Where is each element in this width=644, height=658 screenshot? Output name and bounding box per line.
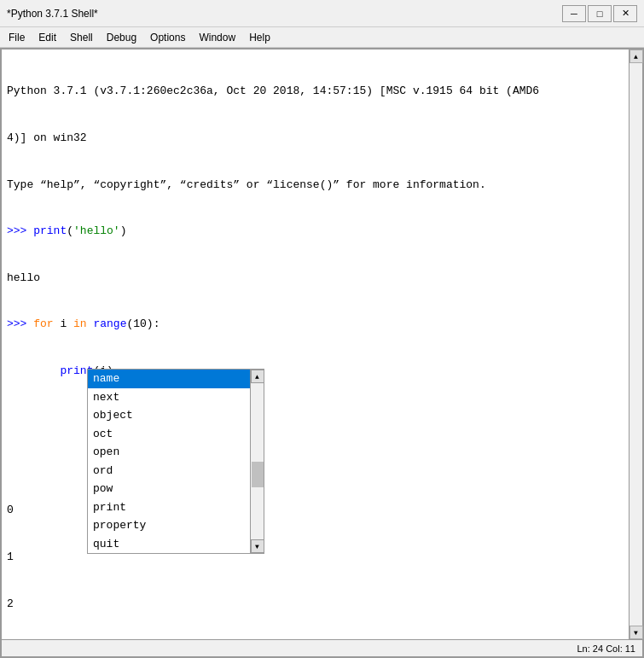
shell-line-3: Type “help”, “copyright”, “credits” or “…	[7, 178, 637, 193]
menu-help[interactable]: Help	[244, 31, 276, 44]
autocomplete-item-oct[interactable]: oct	[88, 425, 250, 444]
menu-bar: File Edit Shell Debug Options Window Hel…	[0, 27, 644, 48]
autocomplete-list[interactable]: name next object oct open ord pow print …	[87, 369, 251, 554]
shell-scroll-track	[629, 63, 642, 626]
autocomplete-container: name next object oct open ord pow print …	[87, 369, 264, 554]
shell-scroll-up[interactable]: ▲	[629, 49, 643, 63]
scroll-track	[251, 383, 264, 539]
minimize-button[interactable]: ─	[562, 5, 586, 22]
autocomplete-item-next[interactable]: next	[88, 388, 250, 407]
menu-edit[interactable]: Edit	[33, 31, 61, 44]
menu-shell[interactable]: Shell	[65, 31, 98, 44]
shell-num-2: 2	[7, 597, 637, 612]
autocomplete-item-print[interactable]: print	[88, 498, 250, 517]
autocomplete-item-property[interactable]: property	[88, 516, 250, 535]
status-bar: Ln: 24 Col: 11	[2, 639, 642, 656]
menu-window[interactable]: Window	[194, 31, 241, 44]
shell-line-2: 4)] on win32	[7, 131, 637, 146]
window-title: *Python 3.7.1 Shell*	[7, 8, 98, 20]
shell-line-5: hello	[7, 271, 637, 286]
autocomplete-item-quit[interactable]: quit	[88, 535, 250, 554]
autocomplete-item-ord[interactable]: ord	[88, 462, 250, 480]
autocomplete-item-name[interactable]: name	[88, 370, 250, 388]
title-bar: *Python 3.7.1 Shell* ─ □ ✕	[0, 0, 644, 27]
autocomplete-scrollbar[interactable]: ▲ ▼	[251, 369, 264, 554]
menu-debug[interactable]: Debug	[102, 31, 142, 44]
autocomplete-item-object[interactable]: object	[88, 406, 250, 425]
autocomplete-item-open[interactable]: open	[88, 443, 250, 462]
menu-file[interactable]: File	[3, 31, 30, 44]
scroll-up-button[interactable]: ▲	[251, 370, 264, 383]
close-button[interactable]: ✕	[613, 5, 637, 22]
menu-options[interactable]: Options	[145, 31, 190, 44]
maximize-button[interactable]: □	[588, 5, 612, 22]
scroll-thumb[interactable]	[252, 462, 264, 487]
autocomplete-item-pow[interactable]: pow	[88, 480, 250, 498]
shell-window: Python 3.7.1 (v3.7.1:260ec2c36a, Oct 20 …	[0, 48, 644, 658]
scroll-down-button[interactable]: ▼	[251, 539, 264, 553]
shell-line-6: >>> for i in range(10):	[7, 317, 637, 332]
shell-scroll-down[interactable]: ▼	[629, 626, 643, 639]
shell-line-4: >>> print('hello')	[7, 224, 637, 239]
window-controls: ─ □ ✕	[562, 5, 637, 22]
status-text: Ln: 24 Col: 11	[577, 643, 636, 654]
shell-line-1: Python 3.7.1 (v3.7.1:260ec2c36a, Oct 20 …	[7, 84, 637, 99]
shell-scrollbar[interactable]: ▲ ▼	[629, 49, 642, 639]
